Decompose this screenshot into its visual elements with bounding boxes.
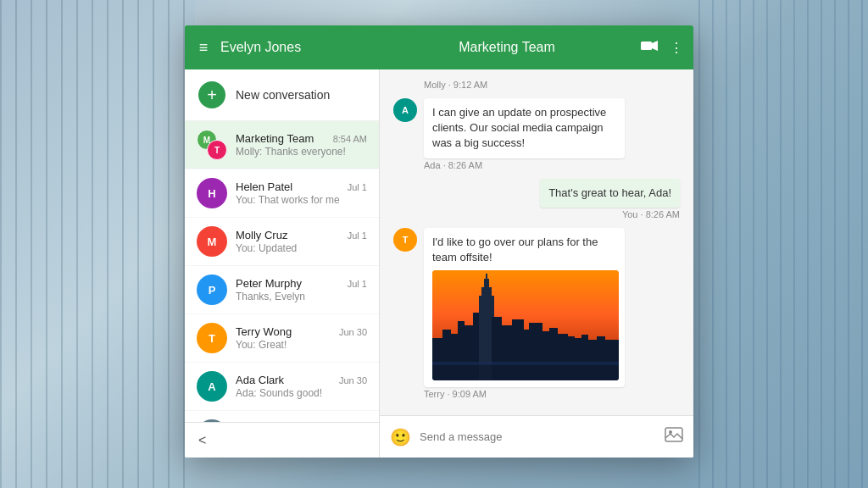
- avatar: T: [393, 228, 417, 252]
- list-item[interactable]: A Ada Clark Jun 30 Ada: Sounds good!: [185, 363, 379, 411]
- hamburger-icon[interactable]: ≡: [195, 39, 212, 57]
- svg-rect-10: [481, 287, 492, 304]
- svg-rect-12: [486, 274, 487, 280]
- message-row: That's great to hear, Ada! You · 8:26 AM: [393, 179, 680, 219]
- conv-info: Ada Clark Jun 30 Ada: Sounds good!: [236, 374, 367, 399]
- conv-time: Jun 30: [339, 327, 367, 337]
- conv-name: Marketing Team: [236, 132, 314, 145]
- list-item[interactable]: P Peter Murphy Jul 1 Thanks, Evelyn: [185, 266, 379, 314]
- message-row: A I can give an update on prospective cl…: [393, 98, 680, 170]
- conv-preview: Ada: Sounds good!: [236, 387, 367, 399]
- header-chat-title: Marketing Team: [459, 40, 555, 54]
- message-time: You · 8:26 AM: [540, 209, 680, 219]
- avatar: A: [393, 98, 417, 122]
- message-time: Ada · 8:26 AM: [424, 160, 625, 170]
- avatar: H: [197, 178, 227, 208]
- conv-time: Jul 1: [348, 230, 367, 241]
- message-bubble: That's great to hear, Ada!: [540, 179, 680, 208]
- message-content: That's great to hear, Ada! You · 8:26 AM: [540, 179, 680, 219]
- conv-info: Helen Patel Jul 1 You: That works for me: [236, 180, 367, 206]
- conv-preview: Molly: Thanks everyone!: [236, 146, 367, 158]
- header-center: Marketing Team: [373, 40, 641, 55]
- message-meta: Molly · 9:12 AM: [393, 80, 680, 90]
- message-image: [432, 270, 619, 380]
- message-time: Terry · 9:09 AM: [424, 389, 625, 399]
- conv-info: Peter Murphy Jul 1 Thanks, Evelyn: [236, 277, 367, 302]
- bg-left-building: [0, 0, 195, 488]
- message-content: I can give an update on prospective clie…: [424, 98, 625, 170]
- message-row: T I'd like to go over our plans for the …: [393, 228, 680, 399]
- header-username: Evelyn Jones: [220, 40, 373, 55]
- message-input[interactable]: [420, 430, 656, 443]
- list-item[interactable]: M T Marketing Team 8:54 AM Molly: Thanks…: [185, 121, 379, 169]
- chat-panel: Molly · 9:12 AM A I can give an update o…: [380, 69, 693, 458]
- app-window: ≡ Evelyn Jones Marketing Team ⋮ + New co…: [185, 25, 693, 458]
- conv-info: Terry Wong Jun 30 You: Great!: [236, 325, 367, 351]
- avatar: M: [197, 226, 227, 257]
- list-item[interactable]: G Gary Anderson Jun 30 You: Great!: [185, 411, 379, 422]
- conv-time: Jul 1: [348, 182, 367, 192]
- svg-rect-27: [432, 363, 619, 380]
- bg-right-building: [698, 0, 868, 488]
- image-attach-button[interactable]: [665, 427, 683, 446]
- message-content: I'd like to go over our plans for the te…: [424, 228, 625, 399]
- conv-preview: You: That works for me: [236, 194, 367, 206]
- main-content: + New conversation M T Marketing Team 8:…: [185, 69, 693, 458]
- sidebar-collapse-button[interactable]: <: [185, 422, 379, 458]
- conv-name: Molly Cruz: [236, 229, 287, 241]
- conv-preview: You: Great!: [236, 339, 367, 351]
- conv-name: Ada Clark: [236, 374, 284, 386]
- conversation-list: M T Marketing Team 8:54 AM Molly: Thanks…: [185, 121, 379, 422]
- video-call-icon[interactable]: [641, 40, 658, 55]
- conv-name: Peter Murphy: [236, 277, 302, 290]
- header-right: ⋮: [641, 40, 683, 56]
- list-item[interactable]: H Helen Patel Jul 1 You: That works for …: [185, 169, 379, 218]
- new-conversation-label: New conversation: [236, 88, 330, 102]
- conv-preview: Thanks, Evelyn: [236, 291, 367, 302]
- message-bubble: I'd like to go over our plans for the te…: [424, 228, 625, 387]
- avatar: T: [197, 323, 227, 353]
- svg-rect-28: [432, 362, 619, 365]
- message-bubble: I can give an update on prospective clie…: [424, 98, 625, 158]
- avatar: A: [197, 371, 227, 402]
- plus-icon: +: [198, 81, 225, 108]
- conv-preview: You: Updated: [236, 242, 367, 254]
- conv-time: Jun 30: [339, 375, 367, 385]
- avatar-group: M T: [197, 130, 227, 160]
- svg-marker-1: [652, 41, 658, 51]
- new-conversation-button[interactable]: + New conversation: [185, 69, 379, 121]
- conv-time: 8:54 AM: [333, 134, 367, 144]
- conv-time: Jul 1: [348, 279, 367, 289]
- list-item[interactable]: T Terry Wong Jun 30 You: Great!: [185, 314, 379, 363]
- chat-messages: Molly · 9:12 AM A I can give an update o…: [380, 69, 693, 415]
- svg-rect-29: [665, 428, 682, 441]
- avatar: P: [197, 274, 227, 305]
- conv-info: Marketing Team 8:54 AM Molly: Thanks eve…: [236, 132, 367, 158]
- svg-rect-0: [641, 42, 652, 50]
- list-item[interactable]: M Molly Cruz Jul 1 You: Updated: [185, 218, 379, 266]
- conv-info: Molly Cruz Jul 1 You: Updated: [236, 229, 367, 254]
- more-options-icon[interactable]: ⋮: [670, 40, 683, 56]
- conv-name: Terry Wong: [236, 325, 292, 338]
- chat-input-bar: 🙂: [380, 415, 693, 458]
- header-left: ≡ Evelyn Jones: [195, 39, 373, 57]
- emoji-button[interactable]: 🙂: [390, 427, 411, 447]
- sidebar: + New conversation M T Marketing Team 8:…: [185, 69, 380, 458]
- conv-name: Helen Patel: [236, 180, 292, 193]
- header: ≡ Evelyn Jones Marketing Team ⋮: [185, 25, 693, 69]
- collapse-icon: <: [198, 433, 206, 448]
